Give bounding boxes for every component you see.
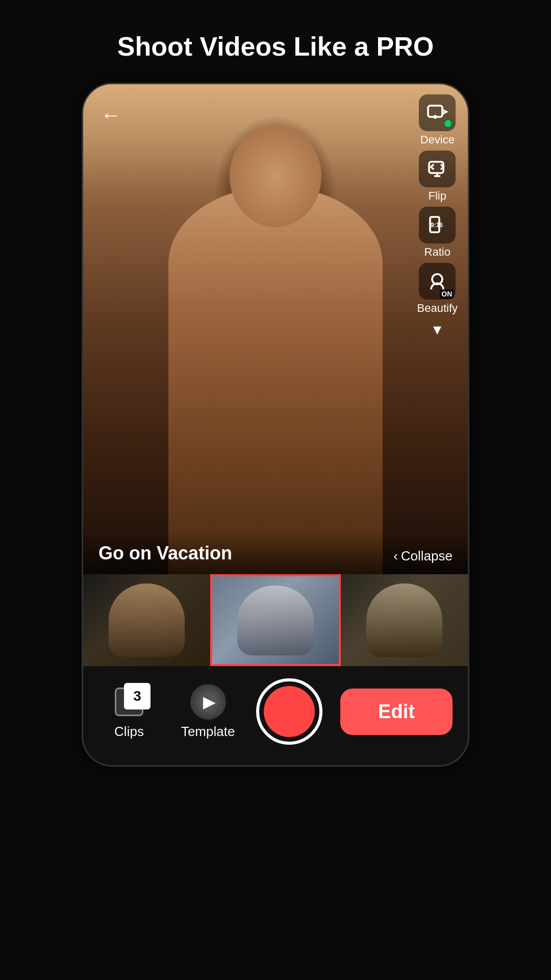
flip-control[interactable]: Flip <box>419 151 456 203</box>
clips-icon-container: 3 <box>109 684 149 720</box>
device-control[interactable]: Device <box>419 94 456 146</box>
beautify-label: Beautify <box>417 302 458 315</box>
ratio-label: Ratio <box>424 246 450 259</box>
thumbnail-3[interactable] <box>341 574 468 666</box>
device-icon-bg <box>419 94 456 131</box>
collapse-button[interactable]: ‹ Collapse <box>393 548 453 564</box>
record-button-inner <box>264 686 315 737</box>
thumb-2-shape <box>237 585 313 656</box>
collapse-chevron-icon: ‹ <box>393 548 398 564</box>
edit-button[interactable]: Edit <box>340 689 453 735</box>
ratio-icon: 9:16 <box>425 213 449 237</box>
device-active-dot <box>443 119 453 128</box>
thumb-2-person <box>212 576 339 664</box>
clips-label: Clips <box>114 724 144 740</box>
svg-text:9:16: 9:16 <box>431 222 443 229</box>
thumb-1-person <box>83 574 210 666</box>
person-head <box>230 125 321 227</box>
more-controls-button[interactable]: ▾ <box>422 319 453 339</box>
template-play-icon: ▶ <box>203 692 216 712</box>
flip-icon <box>425 157 449 181</box>
camera-bottom-overlay: Go on Vacation ‹ Collapse <box>83 532 468 574</box>
thumbnail-1[interactable] <box>83 574 210 666</box>
thumb-3-shape <box>366 583 442 657</box>
beautify-on-badge: ON <box>440 289 454 299</box>
vacation-label: Go on Vacation <box>98 543 232 564</box>
thumb-3-person <box>341 574 468 666</box>
collapse-label: Collapse <box>401 548 453 564</box>
ratio-control[interactable]: 9:16 Ratio <box>419 207 456 259</box>
thumb-1-shape <box>109 583 185 657</box>
page-title: Shoot Videos Like a PRO <box>87 31 464 62</box>
ratio-icon-bg: 9:16 <box>419 207 456 243</box>
camera-view: ← Device <box>83 84 468 574</box>
back-button[interactable]: ← <box>95 100 126 130</box>
template-icon-container: ▶ <box>188 684 229 720</box>
svg-point-1 <box>434 116 436 118</box>
bottom-bar: 3 Clips ▶ Template Edit <box>83 666 468 765</box>
template-button[interactable]: ▶ Template <box>178 684 239 740</box>
flip-icon-bg <box>419 151 456 187</box>
right-controls: Device Flip 9:16 <box>417 94 458 339</box>
phone-frame: ← Device <box>82 83 469 767</box>
flip-label: Flip <box>429 189 446 203</box>
template-label: Template <box>181 724 235 740</box>
clips-button[interactable]: 3 Clips <box>98 684 160 740</box>
clips-count: 3 <box>133 688 141 704</box>
beautify-control[interactable]: ON Beautify <box>417 263 458 315</box>
person-silhouette <box>168 186 383 574</box>
beautify-icon-bg: ON <box>419 263 456 300</box>
template-icon: ▶ <box>190 684 226 720</box>
thumbnail-2[interactable] <box>210 574 341 666</box>
clips-badge: 3 <box>124 683 151 709</box>
device-label: Device <box>420 133 455 146</box>
record-button[interactable] <box>256 678 322 745</box>
thumbnail-strip <box>83 574 468 666</box>
